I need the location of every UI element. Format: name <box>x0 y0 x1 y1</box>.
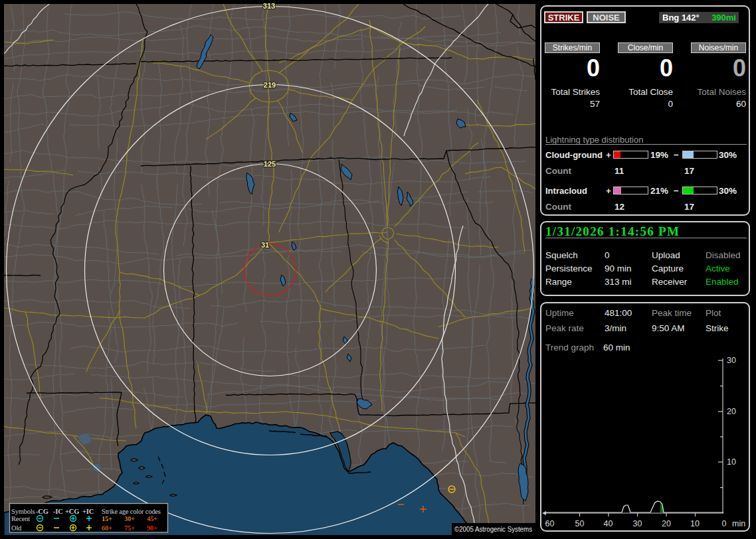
svg-text:219: 219 <box>264 81 276 89</box>
svg-text:20: 20 <box>727 407 736 416</box>
svg-text:45+: 45+ <box>147 515 157 522</box>
svg-text:30: 30 <box>633 519 642 528</box>
svg-text:Symbols: Symbols <box>11 508 35 515</box>
svg-text:15+: 15+ <box>102 515 112 522</box>
svg-text:10: 10 <box>690 519 700 528</box>
svg-text:90+: 90+ <box>147 524 157 532</box>
svg-text:©2005 Astrogenic Systems: ©2005 Astrogenic Systems <box>454 525 532 533</box>
svg-text:20: 20 <box>662 519 671 528</box>
svg-text:50: 50 <box>575 519 585 528</box>
svg-text:+IC: +IC <box>82 508 94 515</box>
svg-text:0: 0 <box>722 519 727 528</box>
svg-text:+CG: +CG <box>65 508 79 515</box>
svg-text:75+: 75+ <box>124 524 135 532</box>
svg-text:Recent: Recent <box>11 515 30 522</box>
svg-text:60+: 60+ <box>102 524 112 532</box>
svg-text:10: 10 <box>727 457 736 467</box>
svg-text:313: 313 <box>263 2 275 10</box>
svg-text:30: 30 <box>727 356 736 365</box>
svg-text:Old: Old <box>11 524 22 532</box>
svg-text:60: 60 <box>545 519 555 528</box>
svg-text:min: min <box>732 519 745 528</box>
svg-text:40: 40 <box>604 519 613 528</box>
svg-text:31: 31 <box>261 241 269 249</box>
svg-text:-IC: -IC <box>53 508 63 515</box>
svg-text:Strike age color codes: Strike age color codes <box>102 508 161 515</box>
svg-text:-CG: -CG <box>36 508 48 515</box>
svg-text:125: 125 <box>264 160 276 168</box>
svg-text:30+: 30+ <box>124 515 135 522</box>
